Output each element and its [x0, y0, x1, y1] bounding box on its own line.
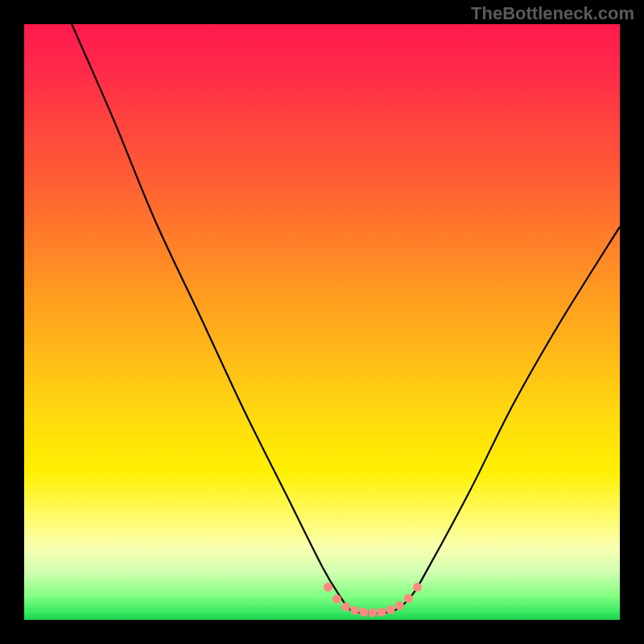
svg-point-10 [413, 583, 422, 592]
chart-plot-area [24, 24, 620, 620]
watermark-text: TheBottleneck.com [471, 3, 634, 24]
optimal-range-dots [324, 583, 422, 617]
bottleneck-curve [72, 24, 620, 613]
svg-point-9 [404, 594, 413, 603]
svg-point-2 [341, 602, 350, 611]
svg-point-0 [324, 583, 332, 592]
svg-point-4 [359, 608, 368, 617]
svg-point-1 [332, 595, 341, 604]
svg-point-5 [368, 609, 377, 617]
svg-point-8 [395, 601, 404, 610]
svg-point-7 [386, 605, 395, 614]
chart-curve-svg [24, 24, 620, 620]
svg-point-3 [350, 606, 359, 615]
svg-point-6 [378, 608, 386, 617]
